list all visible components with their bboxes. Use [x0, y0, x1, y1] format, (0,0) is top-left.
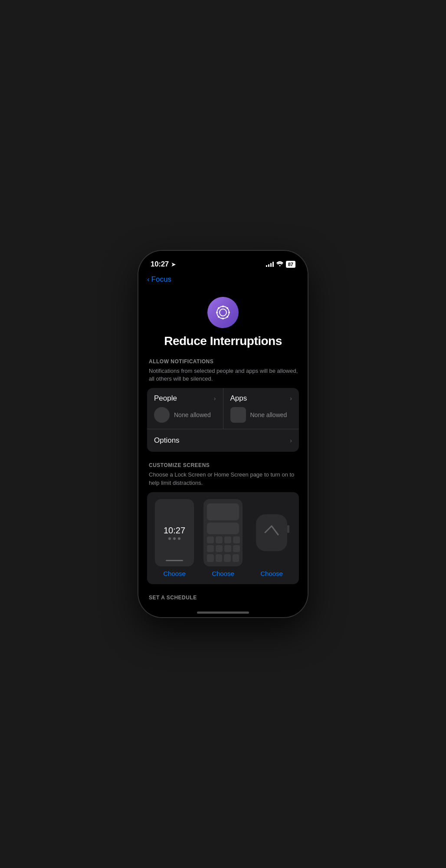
svg-point-4 — [216, 312, 218, 313]
reduce-interruptions-icon — [207, 297, 239, 328]
options-label: Options — [154, 436, 180, 445]
home-screen-preview — [203, 499, 243, 566]
schedule-section: SET A SCHEDULE — [147, 595, 299, 601]
svg-point-3 — [222, 318, 224, 319]
focus-icon-wrapper — [147, 297, 299, 328]
people-cell[interactable]: People › None allowed — [147, 388, 223, 429]
battery-icon: 87 — [286, 261, 295, 268]
svg-point-5 — [228, 312, 230, 313]
options-row[interactable]: Options › — [147, 429, 299, 452]
status-icons: 87 — [266, 261, 295, 268]
svg-point-9 — [226, 316, 228, 318]
watch-crown — [287, 525, 289, 533]
allow-notifications-subtitle: Notifications from selected people and a… — [147, 367, 299, 383]
apps-cell[interactable]: Apps › None allowed — [223, 388, 299, 429]
wifi-icon — [276, 261, 283, 268]
watch-face-lines — [263, 524, 280, 541]
apps-chevron-icon: › — [290, 395, 292, 402]
apps-label: Apps — [230, 394, 247, 403]
people-label: People — [154, 394, 177, 403]
svg-line-10 — [265, 526, 272, 533]
svg-point-8 — [218, 316, 220, 318]
status-bar: 10:27 ➤ 87 — [138, 251, 308, 272]
home-screen-item: Choose — [201, 499, 245, 577]
nav-back[interactable]: ‹ Focus — [138, 272, 308, 286]
signal-bars-icon — [266, 262, 274, 267]
people-chevron-icon: › — [214, 395, 216, 402]
status-time: 10:27 — [151, 260, 169, 269]
svg-line-11 — [272, 526, 278, 535]
lock-screen-item: 10:27 Choose — [152, 499, 197, 577]
lock-screen-choose-button[interactable]: Choose — [163, 570, 186, 577]
lock-screen-bar — [166, 560, 183, 561]
phone-screen: 10:27 ➤ 87 — [138, 251, 308, 617]
home-widget-large — [207, 503, 239, 520]
watch-screen-item: Choose — [249, 499, 294, 577]
notification-grid: People › None allowed Apps › — [147, 388, 299, 452]
back-arrow-icon: ‹ — [147, 275, 150, 284]
lock-screen-preview: 10:27 — [155, 499, 194, 566]
phone-frame: 10:27 ➤ 87 — [138, 251, 308, 617]
customize-screens-subtitle: Choose a Lock Screen or Home Screen page… — [147, 471, 299, 487]
svg-point-7 — [226, 307, 228, 309]
lock-screen-time: 10:27 — [164, 526, 185, 536]
people-apps-row: People › None allowed Apps › — [147, 388, 299, 429]
watch-screen-preview — [252, 499, 291, 566]
watch-screen-choose-button[interactable]: Choose — [260, 570, 283, 577]
location-icon: ➤ — [171, 261, 176, 268]
home-dock — [207, 554, 239, 562]
home-widget-medium — [207, 523, 239, 534]
allow-notifications-header: ALLOW NOTIFICATIONS — [147, 358, 299, 365]
svg-point-6 — [218, 307, 220, 309]
options-chevron-icon: › — [290, 437, 292, 444]
people-avatar — [154, 407, 170, 423]
page-title: Reduce Interruptions — [147, 334, 299, 348]
watch-body — [256, 514, 287, 551]
back-label[interactable]: Focus — [151, 275, 171, 284]
home-app-grid — [207, 536, 239, 552]
home-screen-choose-button[interactable]: Choose — [212, 570, 234, 577]
svg-point-1 — [220, 309, 226, 316]
screens-container: 10:27 Choose — [147, 492, 299, 584]
lock-screen-dots — [168, 537, 180, 540]
main-content: Reduce Interruptions ALLOW NOTIFICATIONS… — [138, 286, 308, 616]
svg-point-2 — [222, 306, 224, 307]
home-indicator — [197, 612, 249, 614]
schedule-header: SET A SCHEDULE — [147, 595, 299, 601]
customize-screens-header: CUSTOMIZE SCREENS — [147, 462, 299, 468]
customize-screens-section: CUSTOMIZE SCREENS Choose a Lock Screen o… — [147, 462, 299, 584]
apps-icon — [230, 407, 246, 423]
apps-none-text: None allowed — [250, 411, 287, 418]
people-none-text: None allowed — [174, 411, 211, 418]
